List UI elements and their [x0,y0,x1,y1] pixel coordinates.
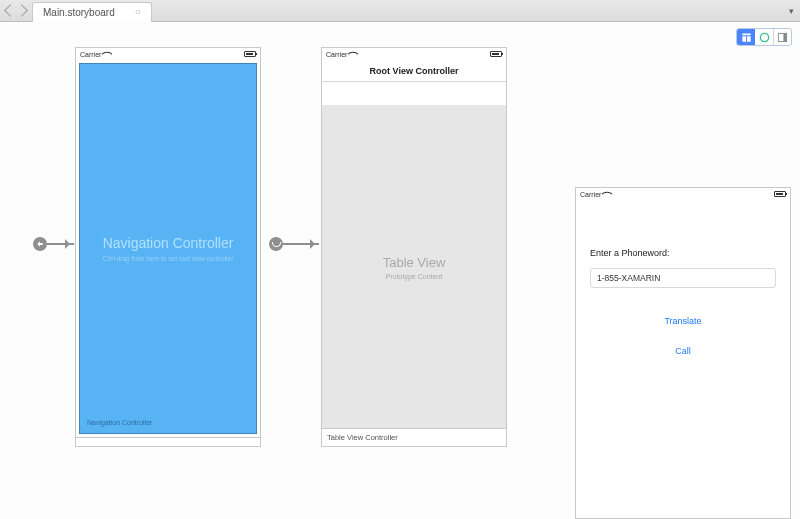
scene-label [76,437,260,446]
tab-bar: Main.storyboard [0,0,800,22]
navigation-controller-inner-label: Navigation Controller [87,419,152,426]
wifi-icon [603,190,612,197]
carrier-text: Carrier [80,51,101,58]
table-view-controller-scene[interactable]: Carrier Root View Controller Table View … [321,47,507,447]
call-button[interactable]: Call [590,346,776,356]
navigation-controller-body: Navigation Controller Ctrl+drag from her… [79,63,257,434]
status-bar: Carrier [322,48,506,60]
storyboard-canvas[interactable]: Carrier Navigation Controller Ctrl+drag … [0,22,800,519]
close-tab-icon[interactable] [135,6,145,16]
table-header-area[interactable] [322,82,506,106]
forward-button[interactable] [15,4,28,17]
relationship-segue-icon [269,237,283,251]
tabbar-spacer [152,0,782,21]
battery-icon [244,51,256,57]
phoneword-prompt-label: Enter a Phoneword: [590,248,776,258]
wifi-icon [103,50,112,57]
battery-icon [490,51,502,57]
navigation-controller-scene[interactable]: Carrier Navigation Controller Ctrl+drag … [75,47,261,447]
table-view[interactable]: Table View Prototype Content [322,106,506,428]
phoneword-text-value: 1-855-XAMARIN [597,273,660,283]
view-controller-scene[interactable]: Carrier Enter a Phoneword: 1-855-XAMARIN… [575,187,791,519]
scene-label: Table View Controller [322,428,506,446]
table-view-placeholder-sub: Prototype Content [386,273,442,280]
navigation-controller-hint: Ctrl+drag from here to set root view con… [103,255,234,262]
phoneword-text-field[interactable]: 1-855-XAMARIN [590,268,776,288]
storyboard-entry-arrow[interactable] [47,243,74,245]
carrier-text: Carrier [326,51,347,58]
table-view-placeholder-title: Table View [383,255,446,270]
phoneword-content: Enter a Phoneword: 1-855-XAMARIN Transla… [576,200,790,518]
carrier-label: Carrier [580,190,612,198]
document-tab[interactable]: Main.storyboard [32,2,152,22]
status-bar: Carrier [576,188,790,200]
status-bar: Carrier [76,48,260,60]
root-relationship-segue[interactable] [283,243,319,245]
navigation-bar-title: Root View Controller [370,66,459,76]
navigation-bar[interactable]: Root View Controller [322,60,506,82]
carrier-text: Carrier [580,191,601,198]
tab-title: Main.storyboard [43,7,115,18]
battery-icon [774,191,786,197]
tab-overflow-button[interactable] [782,0,800,21]
carrier-label: Carrier [326,50,358,58]
carrier-label: Carrier [80,50,112,58]
entry-point-icon [33,237,47,251]
navigation-controller-title: Navigation Controller [103,235,234,251]
wifi-icon [349,50,358,57]
translate-button[interactable]: Translate [590,316,776,326]
history-nav [0,0,32,21]
